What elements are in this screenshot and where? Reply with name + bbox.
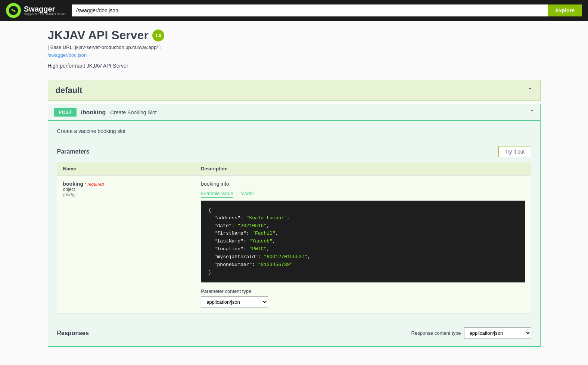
example-value-tab[interactable]: Example Value: [201, 190, 233, 198]
model-tab[interactable]: Model: [240, 190, 253, 198]
endpoint-description: Create a vaccine booking slot: [57, 128, 531, 134]
param-desc-label: booking info: [201, 181, 525, 187]
version-badge: 1.0: [152, 30, 164, 41]
col-description-header: Description: [195, 162, 531, 176]
param-content-type-select[interactable]: application/json: [201, 296, 268, 308]
endpoint-summary: Create Booking Slot: [110, 109, 157, 115]
swagger-wordmark: Swagger: [24, 5, 66, 13]
response-content-type-label: Response content type: [411, 330, 461, 336]
logo: Swagger Supported by SMARTBEAR: [6, 3, 66, 18]
response-content-type-row: Response content type application/json: [411, 327, 531, 339]
base-url-text: [ Base URL: jkjav-server-production.up.r…: [48, 44, 161, 50]
endpoint-path: /booking: [81, 109, 106, 116]
param-name: booking * required: [63, 181, 189, 187]
param-content-type-label: Parameter content type: [201, 288, 525, 294]
parameters-title: Parameters: [57, 148, 90, 155]
parameters-header: Parameters Try it out: [57, 142, 531, 162]
endpoint-header[interactable]: POST /booking Create Booking Slot ⌃: [48, 104, 540, 121]
params-table-body: booking * required object (body) booking…: [57, 176, 531, 313]
params-table-head: Name Description: [57, 162, 531, 176]
swagger-sub-text: Supported by SMARTBEAR: [24, 13, 66, 16]
example-value-tabs: Example Value | Model: [201, 190, 525, 198]
header: Swagger Supported by SMARTBEAR Explore: [0, 0, 588, 21]
section-chevron-icon: ⌃: [527, 86, 533, 95]
parameters-table: Name Description booking * required obje…: [57, 162, 531, 313]
responses-section: Responses Response content type applicat…: [57, 321, 531, 339]
logo-text-block: Swagger Supported by SMARTBEAR: [24, 5, 66, 16]
col-name-header: Name: [57, 162, 195, 176]
param-name-cell: booking * required object (body): [57, 176, 195, 313]
responses-title: Responses: [57, 330, 89, 337]
swagger-logo-icon: [6, 3, 21, 18]
response-content-type-select[interactable]: application/json: [464, 327, 531, 339]
param-description-cell: booking info Example Value | Model { "ad…: [195, 176, 531, 313]
section-title: default: [56, 86, 83, 95]
tab-separator: |: [235, 190, 239, 198]
endpoint-body: Create a vaccine booking slot Parameters…: [48, 121, 540, 346]
param-location: (body): [63, 192, 189, 197]
responses-header: Responses Response content type applicat…: [57, 327, 531, 339]
try-it-out-button[interactable]: Try it out: [498, 146, 531, 157]
main-content: JKJAV API Server 1.0 [ Base URL: jkjav-s…: [33, 21, 556, 354]
url-bar: Explore: [72, 4, 582, 16]
base-url-row: [ Base URL: jkjav-server-production.up.r…: [48, 44, 541, 50]
default-section: default ⌃ POST /booking Create Booking S…: [48, 80, 541, 347]
api-title-row: JKJAV API Server 1.0: [48, 28, 541, 42]
method-badge: POST: [54, 108, 77, 117]
endpoint-chevron-icon: ⌃: [529, 109, 534, 116]
code-example-block: { "address": "Kuala Lumpur", "date": "20…: [201, 201, 525, 282]
api-description: High performant JKJAV API Server: [48, 63, 541, 69]
params-table-header-row: Name Description: [57, 162, 531, 176]
table-row: booking * required object (body) booking…: [57, 176, 531, 313]
endpoint-booking: POST /booking Create Booking Slot ⌃ Crea…: [48, 104, 541, 347]
api-title: JKJAV API Server: [48, 28, 149, 42]
section-header[interactable]: default ⌃: [48, 80, 541, 101]
api-info: JKJAV API Server 1.0 [ Base URL: jkjav-s…: [48, 28, 541, 69]
swagger-doc-link[interactable]: /swagger/doc.json: [48, 52, 87, 58]
url-input[interactable]: [72, 4, 548, 16]
param-type: object: [63, 187, 189, 192]
explore-button[interactable]: Explore: [548, 4, 582, 16]
